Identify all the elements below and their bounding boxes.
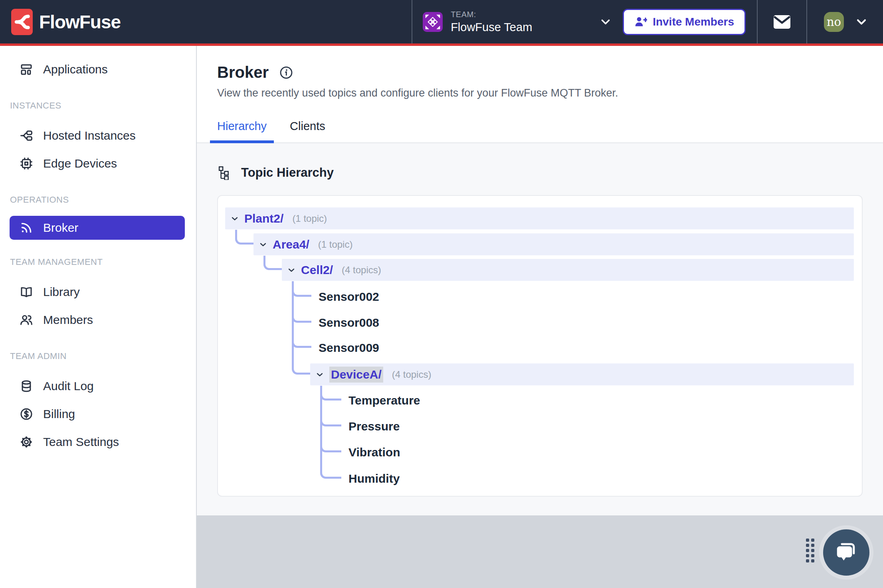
tab-bar: Hierarchy Clients: [217, 120, 325, 143]
edge-devices-icon: [19, 156, 34, 171]
library-icon: [19, 285, 34, 299]
top-navbar: FlowFuse TEAM: FlowFuse Team: [0, 0, 883, 43]
tree-row-cell2[interactable]: Cell2/(4 topics): [282, 259, 854, 281]
chevron-down-icon[interactable]: [230, 214, 240, 223]
tree-row-vibration[interactable]: Vibration: [348, 441, 400, 463]
chevron-down-icon[interactable]: [287, 265, 296, 275]
topic-label: Temperature: [348, 394, 420, 407]
members-icon: [19, 313, 34, 327]
chat-widget-button[interactable]: [823, 529, 869, 576]
sidebar-item-broker[interactable]: Broker: [10, 216, 185, 240]
broker-icon: [19, 221, 34, 235]
footer-band: [197, 515, 883, 588]
sidebar-item-members[interactable]: Members: [0, 306, 196, 334]
topic-label: Plant2/: [244, 212, 283, 225]
tree-row-humidity[interactable]: Humidity: [348, 468, 400, 489]
sidebar-item-label: Audit Log: [43, 379, 94, 393]
mail-icon: [772, 14, 792, 30]
tree-row-pressure[interactable]: Pressure: [348, 415, 400, 437]
team-texts: TEAM: FlowFuse Team: [451, 10, 599, 34]
hosted-instances-icon: [19, 128, 34, 143]
tree-connector: [320, 386, 341, 479]
sidebar-item-edge-devices[interactable]: Edge Devices: [0, 150, 196, 178]
team-identicon-icon: [424, 13, 442, 31]
topic-count: (4 topics): [342, 264, 381, 276]
topic-hierarchy-card: Plant2/(1 topic)Area4/(1 topic)Cell2/(4 …: [217, 195, 863, 497]
tree-connector: [292, 281, 310, 375]
info-icon[interactable]: [279, 65, 293, 80]
billing-icon: [19, 407, 34, 421]
sidebar-item-hosted-instances[interactable]: Hosted Instances: [0, 122, 196, 150]
audit-log-icon: [19, 379, 34, 393]
tree-connector: [263, 256, 282, 270]
brand-wordmark: FlowFuse: [39, 11, 121, 33]
topic-count: (4 topics): [392, 369, 432, 380]
sidebar-item-audit-log[interactable]: Audit Log: [0, 372, 196, 400]
sidebar-item-label: Hosted Instances: [43, 129, 136, 142]
topic-label: Area4/: [273, 238, 309, 251]
sidebar-item-label: Library: [43, 285, 80, 299]
chevron-down-icon[interactable]: [315, 370, 325, 379]
chat-bubbles-icon: [834, 540, 859, 565]
invite-members-button[interactable]: Invite Members: [623, 9, 746, 35]
section-title: Topic Hierarchy: [241, 166, 334, 180]
tab-content: Topic Hierarchy Plant2/(1 topic)Area4/(1…: [197, 143, 883, 515]
invite-members-label: Invite Members: [653, 16, 734, 28]
team-avatar: [423, 12, 443, 32]
topic-label: Sensor008: [319, 316, 379, 330]
page-title: Broker: [217, 63, 269, 81]
topic-label: Vibration: [348, 446, 400, 459]
topic-count: (1 topic): [318, 239, 353, 250]
tree-row-sensor009[interactable]: Sensor009: [319, 337, 379, 359]
flowfuse-logo-icon[interactable]: [11, 9, 33, 35]
user-menu[interactable]: no: [807, 0, 883, 43]
topic-label: Sensor002: [319, 290, 379, 304]
sidebar-item-label: Broker: [43, 221, 78, 235]
topic-label: Sensor009: [319, 341, 379, 355]
tree-row-temperature[interactable]: Temperature: [348, 389, 420, 411]
chevron-down-icon[interactable]: [854, 15, 869, 29]
topic-label: Humidity: [348, 472, 400, 485]
tree-connector: [235, 230, 253, 245]
topic-count: (1 topic): [292, 213, 327, 224]
sidebar-section-operations: OPERATIONS: [0, 188, 196, 212]
sidebar-item-label: Members: [43, 313, 93, 327]
applications-icon: [19, 62, 34, 77]
team-label: TEAM:: [451, 10, 599, 19]
sidebar-section-instances: INSTANCES: [0, 94, 196, 118]
team-selector[interactable]: TEAM: FlowFuse Team: [412, 0, 623, 43]
sidebar-item-applications[interactable]: Applications: [0, 55, 196, 83]
tree-row-area4[interactable]: Area4/(1 topic): [253, 233, 854, 255]
notifications-button[interactable]: [758, 0, 806, 43]
sidebar-item-label: Billing: [43, 407, 75, 421]
topic-label: Cell2/: [301, 263, 333, 277]
sidebar-section-team-management: TEAM MANAGEMENT: [0, 250, 196, 274]
team-settings-icon: [19, 435, 34, 449]
tab-hierarchy[interactable]: Hierarchy: [217, 120, 267, 143]
tab-clients[interactable]: Clients: [290, 120, 325, 143]
tree-row-sensor002[interactable]: Sensor002: [319, 286, 379, 308]
sidebar-item-library[interactable]: Library: [0, 278, 196, 306]
drag-handle[interactable]: [806, 539, 814, 562]
user-plus-icon: [634, 16, 647, 28]
sidebar-item-label: Applications: [43, 63, 108, 76]
sidebar-item-billing[interactable]: Billing: [0, 400, 196, 428]
page-header: Broker View the recently used topics and…: [197, 46, 883, 143]
tree-row-plant2[interactable]: Plant2/(1 topic): [225, 207, 854, 229]
sidebar: Applications INSTANCES Hosted Instances …: [0, 46, 197, 588]
tree-row-devicea[interactable]: DeviceA/(4 topics): [310, 363, 854, 385]
topic-label: DeviceA/: [329, 367, 383, 383]
user-avatar[interactable]: no: [824, 12, 844, 32]
sidebar-item-label: Edge Devices: [43, 157, 117, 170]
main-panel: Broker View the recently used topics and…: [197, 46, 883, 588]
tree-row-sensor008[interactable]: Sensor008: [319, 312, 379, 333]
topic-label: Pressure: [348, 420, 400, 433]
chevron-down-icon[interactable]: [258, 240, 268, 249]
team-name: FlowFuse Team: [451, 21, 599, 34]
sidebar-item-label: Team Settings: [43, 435, 119, 449]
section-header: Topic Hierarchy: [217, 166, 883, 180]
sidebar-item-team-settings[interactable]: Team Settings: [0, 428, 196, 456]
sidebar-section-team-admin: TEAM ADMIN: [0, 344, 196, 368]
page-description: View the recently used topics and config…: [217, 87, 883, 99]
chevron-down-icon: [599, 15, 612, 29]
